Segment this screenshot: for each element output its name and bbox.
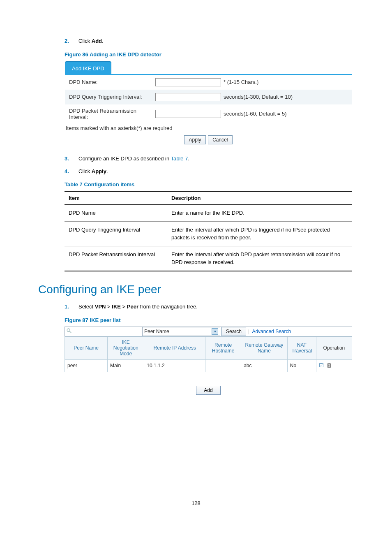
figure-86: Add IKE DPD DPD Name: * (1-15 Chars.) DP… <box>65 61 354 146</box>
step-item: 4. Click Apply. <box>65 167 354 176</box>
config-items-table: Item Description DPD Name Enter a name f… <box>65 191 352 271</box>
form-row: DPD Name: * (1-15 Chars.) <box>65 75 352 90</box>
grid-header[interactable]: Remote Gateway Name <box>241 336 288 359</box>
step-list-a: 2. Click Add. <box>38 37 354 46</box>
table-row: DPD Name Enter a name for the IKE DPD. <box>65 205 352 222</box>
step-list-b: 3. Configure an IKE DPD as described in … <box>38 155 354 176</box>
field-label: DPD Query Triggering Interval: <box>69 94 155 100</box>
figure-caption: Figure 87 IKE peer list <box>65 317 354 323</box>
tab-row: Add IKE DPD <box>65 61 352 75</box>
advanced-search-link[interactable]: Advanced Search <box>249 329 291 334</box>
grid-header: Operation <box>316 336 352 359</box>
step-item: 3. Configure an IKE DPD as described in … <box>65 155 354 163</box>
step-text: Click Add. <box>78 37 104 46</box>
field-label: DPD Name: <box>69 79 155 85</box>
dpd-query-interval-input[interactable] <box>155 93 221 101</box>
svg-point-0 <box>67 329 70 331</box>
table-row: DPD Packet Retransmission Interval Enter… <box>65 246 352 271</box>
step-text: Click Apply. <box>78 167 108 176</box>
table-caption: Table 7 Configuration items <box>65 181 354 188</box>
form-row: DPD Query Triggering Interval: seconds(1… <box>65 90 352 104</box>
dpd-name-input[interactable] <box>155 78 221 86</box>
field-hint: * (1-15 Chars.) <box>222 79 258 85</box>
cancel-button[interactable]: Cancel <box>208 135 232 144</box>
tab-add-ike-dpd[interactable]: Add IKE DPD <box>65 61 111 74</box>
svg-rect-3 <box>327 364 330 367</box>
table-header: Item <box>65 191 167 205</box>
field-label: DPD Packet Retransmission Interval: <box>69 108 155 120</box>
figure-87: Peer Name ▾ Search | Advanced Search Pee… <box>65 327 352 393</box>
dpd-retrans-interval-input[interactable] <box>155 110 221 118</box>
form-row: DPD Packet Retransmission Interval: seco… <box>65 104 352 123</box>
table-7-link[interactable]: Table 7 <box>171 155 188 162</box>
section-heading: Configuring an IKE peer <box>38 283 354 296</box>
apply-button[interactable]: Apply <box>184 135 205 144</box>
search-bar: Peer Name ▾ Search | Advanced Search <box>65 327 352 336</box>
step-number: 4. <box>65 167 71 176</box>
page-number: 128 <box>38 500 354 506</box>
required-note: Items marked with an asterisk(*) are req… <box>65 123 352 133</box>
search-icon <box>65 328 73 335</box>
grid-header[interactable]: Remote Hostname <box>205 336 241 359</box>
step-list-c: 1. Select VPN > IKE > Peer from the navi… <box>38 303 354 311</box>
svg-line-1 <box>70 331 71 333</box>
step-item: 2. Click Add. <box>65 37 354 46</box>
add-button[interactable]: Add <box>196 386 220 395</box>
grid-row: peer Main 10.1.1.2 abc No <box>65 359 352 372</box>
edit-icon[interactable] <box>319 362 325 369</box>
ike-peer-grid: Peer Name IKE Negotiation Mode Remote IP… <box>65 336 352 372</box>
delete-icon[interactable] <box>326 362 332 369</box>
step-text: Select VPN > IKE > Peer from the navigat… <box>78 303 198 311</box>
search-field-select[interactable]: Peer Name ▾ <box>142 327 220 336</box>
step-number: 1. <box>65 303 71 311</box>
grid-header[interactable]: NAT Traversal <box>287 336 316 359</box>
table-row: DPD Query Triggering Interval Enter the … <box>65 221 352 246</box>
field-hint: seconds(1-60, Default = 5) <box>222 111 287 117</box>
step-text: Configure an IKE DPD as described in Tab… <box>78 155 189 163</box>
step-number: 2. <box>65 37 71 46</box>
step-number: 3. <box>65 155 71 163</box>
step-item: 1. Select VPN > IKE > Peer from the navi… <box>65 303 354 311</box>
chevron-down-icon: ▾ <box>212 328 218 335</box>
table-header: Description <box>167 191 352 205</box>
grid-header[interactable]: Peer Name <box>65 336 108 359</box>
figure-caption: Figure 86 Adding an IKE DPD detector <box>65 51 354 58</box>
button-row: Apply Cancel <box>65 133 352 146</box>
search-button[interactable]: Search <box>221 327 246 336</box>
grid-header[interactable]: IKE Negotiation Mode <box>108 336 144 359</box>
grid-header[interactable]: Remote IP Address <box>144 336 205 359</box>
field-hint: seconds(1-300, Default = 10) <box>222 94 293 100</box>
